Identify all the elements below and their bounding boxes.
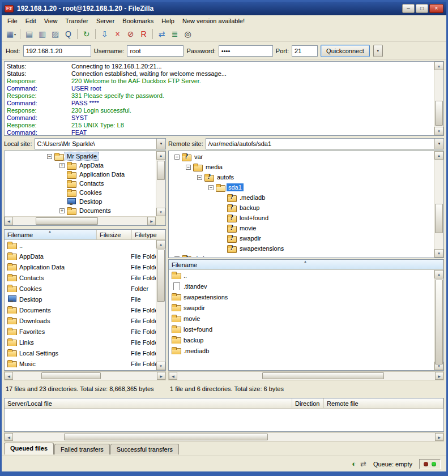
local-list-h-scroll-track[interactable] bbox=[13, 372, 157, 380]
password-input[interactable] bbox=[219, 45, 273, 57]
local-tree-scroll-down-button[interactable]: ▼ bbox=[156, 208, 165, 216]
synchronized-browsing-button[interactable]: ≣ bbox=[168, 28, 181, 40]
local-tree-h-scroll-left-button[interactable]: ◀ bbox=[5, 217, 13, 225]
port-input[interactable] bbox=[292, 45, 318, 57]
tree-item-dvd[interactable]: +?dvd bbox=[169, 254, 434, 257]
local-tree-vertical-scrollbar[interactable]: ▲▼ bbox=[156, 151, 165, 216]
remote-tree-scroll-thumb[interactable] bbox=[435, 204, 443, 233]
tree-item-movie[interactable]: ?movie bbox=[169, 223, 434, 233]
file-row-movie[interactable]: movie bbox=[169, 313, 434, 324]
site-manager-button[interactable]: ▦▾ bbox=[5, 28, 18, 40]
tree-expander[interactable]: − bbox=[186, 165, 191, 170]
file-row-links[interactable]: LinksFile Folder bbox=[5, 337, 156, 348]
toggle-message-log-button[interactable]: ▤ bbox=[23, 28, 36, 40]
directory-comparison-button[interactable]: ⇄ bbox=[155, 28, 168, 40]
tree-expander[interactable]: + bbox=[59, 163, 65, 168]
log-scroll-up-button[interactable]: ▲ bbox=[434, 62, 443, 70]
tree-item-application-data[interactable]: Application Data bbox=[5, 170, 156, 179]
file-row-music[interactable]: MusicFile Folder bbox=[5, 358, 156, 369]
file-row-application-data[interactable]: Application DataFile Folder bbox=[5, 261, 156, 272]
log-scroll-down-button[interactable]: ▼ bbox=[434, 127, 443, 135]
local-list-horizontal-scrollbar[interactable]: ◀▶ bbox=[4, 371, 166, 380]
tree-item-mr-sparkle[interactable]: −Mr Sparkle bbox=[5, 152, 156, 161]
reconnect-button[interactable]: R bbox=[137, 28, 150, 40]
file-row-documents[interactable]: DocumentsFile Folder bbox=[5, 305, 156, 315]
find-files-button[interactable]: ◎ bbox=[181, 28, 194, 40]
column-header-filesize[interactable]: Filesize bbox=[97, 230, 132, 239]
local-tree-scroll-up-button[interactable]: ▲ bbox=[156, 151, 165, 160]
file-row-downloads[interactable]: DownloadsFile Folder bbox=[5, 315, 156, 326]
remote-site-combo[interactable]: /var/media/autofs/sda1 ▼ bbox=[206, 138, 444, 149]
maximize-button[interactable]: □ bbox=[416, 4, 428, 13]
menu-item-transfer[interactable]: Transfer bbox=[61, 16, 92, 26]
tree-item-mediadb[interactable]: ?.mediadb bbox=[169, 192, 434, 203]
log-scroll-track[interactable] bbox=[434, 70, 443, 127]
tab-successful-transfers[interactable]: Successful transfers bbox=[110, 444, 179, 454]
column-header-direction[interactable]: Direction bbox=[292, 398, 324, 408]
menu-item-file[interactable]: File bbox=[3, 16, 22, 26]
local-site-dropdown-button[interactable]: ▼ bbox=[156, 139, 165, 149]
disconnect-button[interactable]: ⊘ bbox=[124, 28, 137, 40]
remote-list-vertical-scrollbar[interactable]: ▲▼ bbox=[434, 270, 443, 370]
remote-tree-scroll-up-button[interactable]: ▲ bbox=[434, 151, 443, 160]
tree-item-appdata[interactable]: +AppData bbox=[5, 161, 156, 170]
quickconnect-button[interactable]: Quickconnect bbox=[321, 45, 370, 57]
queue-h-scroll-track[interactable] bbox=[13, 433, 435, 441]
remote-list-scroll-track[interactable] bbox=[434, 278, 443, 362]
file-row-titandev[interactable]: .titandev bbox=[169, 281, 434, 291]
local-site-combo[interactable]: C:\Users\Mr Sparkle\ ▼ bbox=[35, 138, 166, 149]
tree-item-swapextensions[interactable]: ?swapextensions bbox=[169, 243, 434, 254]
cancel-button[interactable]: × bbox=[111, 28, 124, 40]
directory-comparison-icon[interactable]: ⇄ bbox=[360, 460, 366, 468]
column-header-filename[interactable]: Filename▲ bbox=[169, 260, 443, 269]
file-row-parent-directory[interactable]: .. bbox=[5, 240, 156, 251]
remote-tree-scroll-track[interactable] bbox=[434, 160, 443, 249]
local-list-scroll-thumb[interactable] bbox=[157, 250, 165, 302]
log-scroll-thumb[interactable] bbox=[435, 101, 443, 126]
log-vertical-scrollbar[interactable]: ▲▼ bbox=[434, 62, 443, 135]
local-list-h-scroll-thumb[interactable] bbox=[41, 372, 101, 379]
local-list-h-scroll-right-button[interactable]: ▶ bbox=[157, 372, 165, 380]
tree-item-var[interactable]: −?var bbox=[169, 152, 434, 162]
speed-limit-icon[interactable]: ◐ bbox=[352, 460, 356, 468]
local-list-scroll-up-button[interactable]: ▲ bbox=[156, 240, 165, 248]
toggle-local-tree-button[interactable]: ▥ bbox=[36, 28, 49, 40]
queue-h-scroll-right-button[interactable]: ▶ bbox=[435, 433, 443, 441]
tree-item-media[interactable]: −media bbox=[169, 162, 434, 172]
file-row-desktop[interactable]: DesktopFile bbox=[5, 294, 156, 305]
minimize-button[interactable]: – bbox=[402, 4, 415, 13]
menu-item-new-version-available[interactable]: New version available! bbox=[178, 16, 249, 26]
tree-expander[interactable]: − bbox=[47, 154, 52, 159]
queue-horizontal-scrollbar[interactable]: ◀▶ bbox=[4, 432, 444, 441]
file-row-appdata[interactable]: AppDataFile Folder bbox=[5, 251, 156, 261]
local-list-scroll-track[interactable] bbox=[156, 248, 165, 362]
local-tree-h-scroll-right-button[interactable]: ▶ bbox=[147, 217, 156, 225]
menu-item-bookmarks[interactable]: Bookmarks bbox=[118, 16, 157, 26]
file-row-contacts[interactable]: ContactsFile Folder bbox=[5, 272, 156, 283]
column-header-filename[interactable]: Filename▲ bbox=[5, 230, 97, 239]
local-tree-h-scroll-thumb[interactable] bbox=[36, 217, 98, 225]
file-row-backup[interactable]: backup bbox=[169, 335, 434, 345]
remote-tree-vertical-scrollbar[interactable]: ▲▼ bbox=[434, 151, 443, 258]
tab-failed-transfers[interactable]: Failed transfers bbox=[54, 444, 110, 454]
file-row-swapdir[interactable]: swapdir bbox=[169, 302, 434, 313]
titlebar[interactable]: Fz 192.168.1.20 - root@192.168.1.20 - Fi… bbox=[2, 2, 446, 15]
remote-list-h-scroll-thumb[interactable] bbox=[262, 372, 384, 379]
menu-item-server[interactable]: Server bbox=[92, 16, 118, 26]
process-queue-button[interactable]: ⇩ bbox=[98, 28, 111, 40]
file-row-favorites[interactable]: FavoritesFile Folder bbox=[5, 326, 156, 337]
tree-item-swapdir[interactable]: ?swapdir bbox=[169, 233, 434, 243]
local-list-scroll-down-button[interactable]: ▼ bbox=[156, 362, 165, 370]
quickconnect-dropdown-button[interactable]: ▼ bbox=[373, 45, 383, 57]
tab-queued-files[interactable]: Queued files bbox=[4, 443, 54, 454]
file-row-mediadb[interactable]: .mediadb bbox=[169, 345, 434, 356]
tree-item-desktop[interactable]: Desktop bbox=[5, 197, 156, 206]
file-row-cookies[interactable]: CookiesFolder bbox=[5, 283, 156, 294]
tree-expander[interactable]: − bbox=[174, 155, 180, 160]
host-input[interactable] bbox=[23, 45, 91, 57]
file-row-swapextensions[interactable]: swapextensions bbox=[169, 291, 434, 302]
toggle-queue-button[interactable]: Q bbox=[62, 28, 75, 40]
tree-item-sda1[interactable]: −sda1 bbox=[169, 182, 434, 192]
tree-item-autofs[interactable]: −?autofs bbox=[169, 172, 434, 182]
username-input[interactable] bbox=[127, 45, 184, 57]
